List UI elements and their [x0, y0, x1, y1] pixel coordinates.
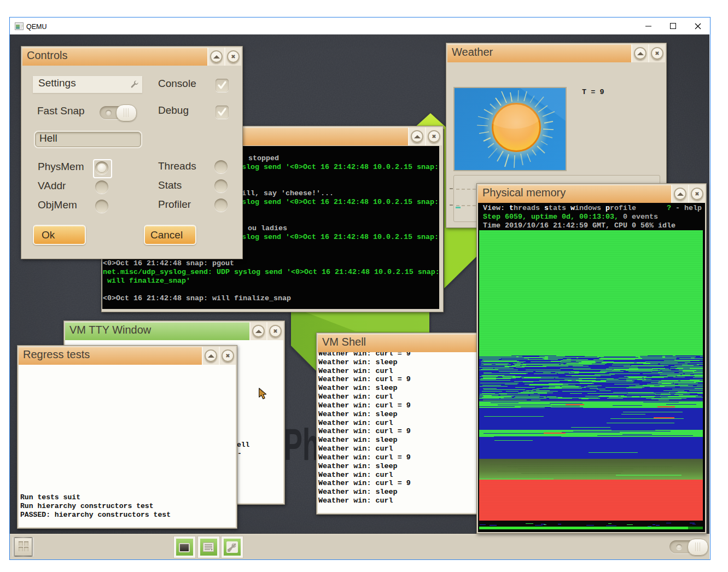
- svg-text:Ph: Ph: [284, 419, 319, 469]
